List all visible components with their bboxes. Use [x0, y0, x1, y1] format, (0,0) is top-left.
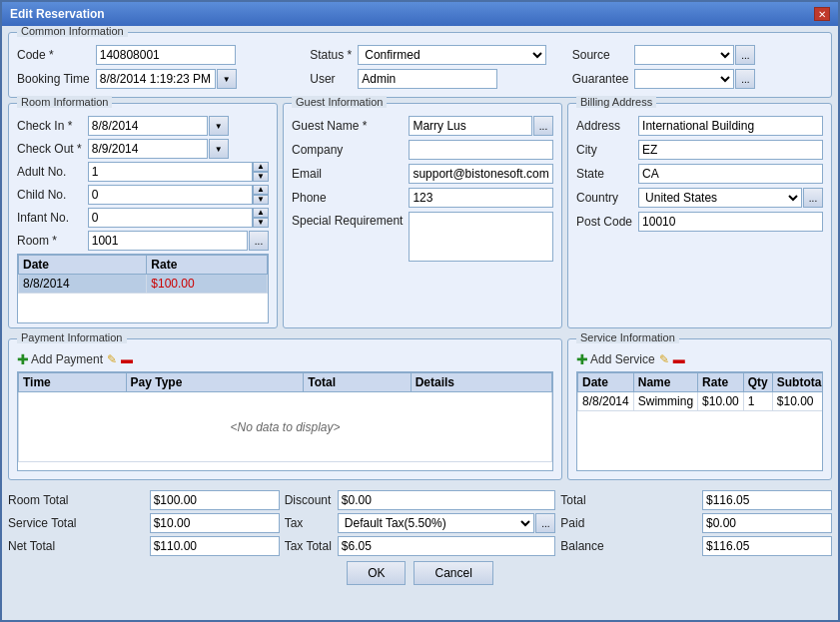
service-table-row[interactable]: 8/8/2014Swimming$10.001$10.00 [578, 392, 824, 411]
child-wrapper: ▲ ▼ [88, 185, 269, 205]
state-input[interactable] [638, 164, 823, 184]
tax-total-input[interactable] [338, 536, 556, 556]
infant-input[interactable] [88, 208, 253, 228]
delete-service-button[interactable]: ▬ [673, 352, 685, 366]
room-input[interactable] [88, 231, 248, 251]
net-total-label: Net Total [8, 539, 144, 553]
guest-name-input[interactable] [409, 116, 532, 136]
room-row-rate: $100.00 [147, 275, 268, 294]
user-input[interactable] [358, 69, 497, 89]
tax-wrapper: Default Tax(5.50%) No Tax ... [338, 513, 556, 533]
payment-section: Payment Information ✚ Add Payment ✎ ▬ [8, 338, 562, 480]
room-browse-btn[interactable]: ... [249, 231, 269, 251]
add-payment-icon: ✚ [17, 351, 29, 367]
service-total-input[interactable] [150, 513, 280, 533]
country-select[interactable]: United States Canada United Kingdom [638, 188, 802, 208]
checkin-label: Check In * [17, 119, 82, 133]
total-label: Total [560, 493, 696, 507]
adult-down-btn[interactable]: ▼ [253, 172, 269, 182]
svc-row-subtotal: $10.00 [772, 392, 823, 411]
checkout-btn[interactable]: ▼ [209, 139, 229, 159]
special-textarea[interactable] [409, 212, 553, 262]
company-input[interactable] [409, 140, 553, 160]
edit-reservation-window: Edit Reservation ✕ Common Information Co… [0, 0, 840, 622]
checkin-input[interactable] [88, 116, 208, 136]
company-label: Company [292, 143, 403, 157]
add-service-button[interactable]: ✚ Add Service [576, 351, 655, 367]
checkin-btn[interactable]: ▼ [209, 116, 229, 136]
edit-payment-button[interactable]: ✎ [107, 352, 117, 366]
checkout-input[interactable] [88, 139, 208, 159]
tax-browse-btn[interactable]: ... [535, 513, 555, 533]
guest-section: Guest Information Guest Name * ... Compa… [283, 103, 562, 328]
svc-row-rate: $10.00 [698, 392, 744, 411]
billing-section-title: Billing Address [576, 96, 656, 108]
user-label: User [290, 72, 352, 86]
phone-label: Phone [292, 191, 403, 205]
svc-date-col: Date [578, 373, 634, 392]
ok-button[interactable]: OK [347, 561, 406, 585]
room-section: Room Information Check In * ▼ Check Out … [8, 103, 278, 328]
phone-input[interactable] [409, 188, 553, 208]
close-button[interactable]: ✕ [814, 7, 830, 21]
delete-payment-button[interactable]: ▬ [121, 352, 133, 366]
balance-input[interactable] [702, 536, 832, 556]
discount-input[interactable] [338, 490, 556, 510]
no-data-label: <No data to display> [230, 420, 340, 434]
guarantee-browse-button[interactable]: ... [735, 69, 755, 89]
checkin-wrapper: ▼ [88, 116, 269, 136]
room-date-col: Date [19, 256, 147, 275]
state-label: State [576, 167, 632, 181]
paid-input[interactable] [702, 513, 832, 533]
room-total-input[interactable] [150, 490, 280, 510]
booking-input[interactable] [96, 69, 216, 89]
main-content: Common Information Code * Status * Confi… [2, 26, 838, 620]
common-section-title: Common Information [17, 26, 128, 37]
service-table-container: Date Name Rate Qty Subtotal 8/8/2014Swim… [576, 371, 823, 471]
status-select[interactable]: Confirmed Pending Cancelled [358, 45, 546, 65]
guarantee-select[interactable] [634, 69, 734, 89]
booking-dropdown-button[interactable]: ▼ [217, 69, 237, 89]
net-total-input[interactable] [150, 536, 280, 556]
code-input[interactable] [96, 45, 236, 65]
right-totals: Total Paid Balance [560, 490, 832, 556]
svc-rate-col: Rate [698, 373, 744, 392]
service-table: Date Name Rate Qty Subtotal 8/8/2014Swim… [577, 372, 823, 411]
email-input[interactable] [409, 164, 553, 184]
add-payment-button[interactable]: ✚ Add Payment [17, 351, 103, 367]
tax-select[interactable]: Default Tax(5.50%) No Tax [338, 513, 535, 533]
infant-up-btn[interactable]: ▲ [253, 208, 269, 218]
billing-section: Billing Address Address City State Count… [567, 103, 832, 328]
source-browse-button[interactable]: ... [735, 45, 755, 65]
address-input[interactable] [638, 116, 823, 136]
action-buttons: OK Cancel [8, 561, 832, 585]
cancel-button[interactable]: Cancel [414, 561, 492, 585]
adult-up-btn[interactable]: ▲ [253, 162, 269, 172]
total-input[interactable] [702, 490, 832, 510]
child-down-btn[interactable]: ▼ [253, 195, 269, 205]
room-total-label: Room Total [8, 493, 144, 507]
country-browse-btn[interactable]: ... [803, 188, 823, 208]
delete-service-icon: ▬ [673, 352, 685, 366]
add-payment-label: Add Payment [31, 352, 103, 366]
room-table-container: Date Rate 8/8/2014$100.00 [17, 254, 269, 323]
guest-name-browse-btn[interactable]: ... [533, 116, 553, 136]
edit-service-icon: ✎ [659, 352, 669, 366]
adult-input[interactable] [88, 162, 253, 182]
room-label: Room * [17, 234, 82, 248]
booking-wrapper: ▼ [96, 69, 285, 89]
status-select-wrapper: Confirmed Pending Cancelled [358, 45, 546, 65]
guarantee-wrapper: ... [634, 69, 823, 89]
address-label: Address [576, 119, 632, 133]
child-up-btn[interactable]: ▲ [253, 185, 269, 195]
source-select[interactable] [634, 45, 734, 65]
child-input[interactable] [88, 185, 253, 205]
middle-row: Room Information Check In * ▼ Check Out … [8, 103, 832, 333]
city-input[interactable] [638, 140, 823, 160]
infant-down-btn[interactable]: ▼ [253, 218, 269, 228]
postcode-input[interactable] [638, 212, 823, 232]
edit-service-button[interactable]: ✎ [659, 352, 669, 366]
room-table-row[interactable]: 8/8/2014$100.00 [19, 275, 268, 294]
paid-label: Paid [560, 516, 696, 530]
tax-label: Tax [285, 516, 332, 530]
